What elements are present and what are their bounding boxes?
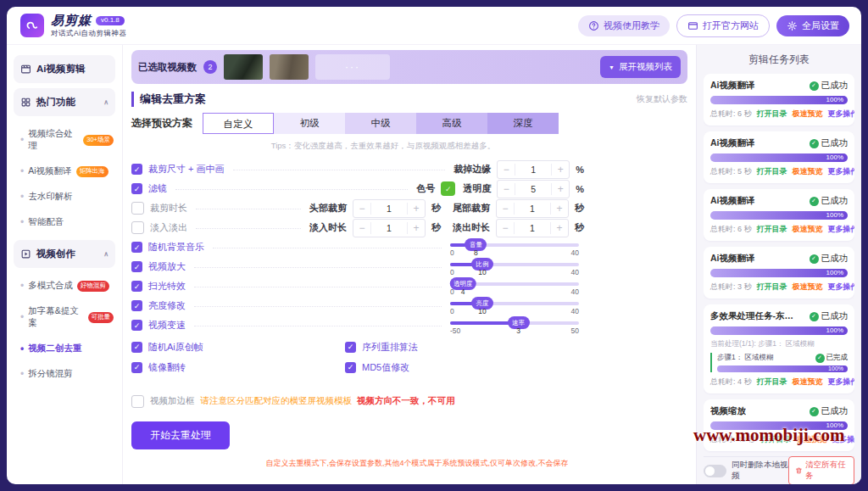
- slider-value: 4: [461, 287, 465, 296]
- gear-icon: [787, 20, 798, 31]
- quick-preview-link[interactable]: 极速预览: [793, 166, 823, 177]
- expand-video-list-button[interactable]: ▼ 展开视频列表: [600, 56, 681, 78]
- minus-button[interactable]: −: [498, 164, 515, 176]
- stepper-value[interactable]: 1: [515, 204, 550, 214]
- checkbox-checked-icon[interactable]: ✓: [345, 362, 356, 373]
- sidebar-item-split-mix[interactable]: • 拆分镜混剪: [14, 361, 115, 387]
- sidebar-item-subtitle-copy[interactable]: • 加字幕&提文案 可批量: [14, 299, 115, 336]
- setting-row-fade: 淡入淡出 淡入时长 − 1 + 秒 淡出时长 − 1 +: [131, 218, 584, 237]
- checkbox-checked-icon[interactable]: ✓: [131, 242, 142, 253]
- sidebar-item-multi-mode[interactable]: • 多模式合成 好物混剪: [14, 273, 115, 299]
- open-directory-link[interactable]: 打开目录: [757, 224, 787, 235]
- minus-button[interactable]: −: [353, 203, 371, 215]
- delete-local-toggle[interactable]: [704, 465, 726, 477]
- chevron-up-icon: ∧: [103, 98, 108, 106]
- open-directory-link[interactable]: 打开目录: [757, 166, 787, 177]
- progress-bar: 100%: [710, 326, 848, 335]
- more-actions-link[interactable]: 更多操作∨: [828, 166, 854, 177]
- minus-button[interactable]: −: [497, 222, 515, 234]
- tab-basic[interactable]: 初级: [274, 113, 345, 134]
- tail-trim-stepper: − 1 +: [496, 199, 569, 218]
- checkbox-checked-icon[interactable]: ✓: [131, 261, 142, 272]
- tutorial-button[interactable]: 视频使用教学: [578, 15, 670, 36]
- setting-sequence-reorder: ✓ 序列重排算法: [345, 337, 584, 357]
- tab-medium[interactable]: 中级: [345, 113, 416, 134]
- crop-edge-stepper: − 1 +: [497, 160, 570, 179]
- checkbox-checked-icon[interactable]: ✓: [131, 362, 142, 373]
- checkbox-unchecked-icon[interactable]: [131, 395, 144, 408]
- open-directory-link[interactable]: 打开目录: [757, 377, 787, 388]
- tab-deep[interactable]: 深度: [487, 113, 559, 134]
- minus-button[interactable]: −: [498, 183, 515, 195]
- volume-slider[interactable]: 音量 0840: [450, 237, 579, 257]
- stepper-value[interactable]: 1: [371, 223, 407, 233]
- sidebar-item-watermark-remove[interactable]: • 去水印解析: [14, 184, 115, 209]
- video-thumbnail[interactable]: [224, 54, 263, 80]
- more-actions-link[interactable]: 更多操作∨: [828, 377, 854, 388]
- checkbox-checked-icon[interactable]: ✓: [131, 183, 142, 194]
- tab-advanced[interactable]: 高级: [416, 113, 487, 134]
- more-actions-link[interactable]: 更多操作∨: [828, 282, 854, 293]
- checkbox-unchecked-icon[interactable]: [131, 202, 144, 215]
- sidebar-item-ai-translate[interactable]: • Ai视频翻译 矩阵出海: [14, 159, 115, 184]
- minus-button[interactable]: −: [497, 203, 515, 215]
- open-directory-link[interactable]: 打开目录: [757, 282, 787, 293]
- stepper-value[interactable]: 1: [515, 165, 551, 175]
- speed-slider[interactable]: 速率 -50350: [450, 315, 579, 335]
- website-button[interactable]: 打开官方网站: [676, 14, 770, 37]
- plus-button[interactable]: +: [407, 203, 425, 215]
- video-thumbnail[interactable]: [270, 54, 309, 80]
- head-trim-stepper: − 1 +: [353, 199, 426, 218]
- quick-preview-link[interactable]: 极速预览: [793, 224, 823, 235]
- scale-slider[interactable]: 比例 01040: [450, 257, 579, 276]
- quick-preview-link[interactable]: 极速预览: [793, 282, 823, 293]
- checkbox-checked-icon[interactable]: ✓: [345, 342, 356, 353]
- more-actions-link[interactable]: 更多操作∨: [828, 224, 854, 235]
- quick-preview-link[interactable]: 极速预览: [793, 377, 823, 388]
- plus-button[interactable]: +: [407, 222, 425, 234]
- stepper-value[interactable]: 1: [371, 204, 407, 214]
- plus-button[interactable]: +: [550, 222, 568, 234]
- minus-button[interactable]: −: [353, 222, 371, 234]
- bullet-icon: •: [20, 315, 24, 320]
- setting-row-trim: 裁剪时长 头部裁剪 − 1 + 秒 尾部裁剪 − 1 +: [131, 198, 584, 218]
- tab-custom[interactable]: 自定义: [203, 113, 274, 134]
- stepper-value[interactable]: 1: [515, 223, 550, 233]
- plus-button[interactable]: +: [551, 183, 569, 195]
- border-warning-text: 请注意区分匹配对应的横竖屏视频模板: [201, 395, 353, 407]
- header: 易剪媒 v0.1.8 对话式Ai自动剪辑神器 视频使用教学 打开官方网站 全局设…: [7, 7, 861, 45]
- stepper-value[interactable]: 5: [515, 184, 551, 194]
- open-directory-link[interactable]: 打开目录: [757, 109, 787, 120]
- global-settings-button[interactable]: 全局设置: [776, 15, 849, 36]
- brightness-slider[interactable]: 亮度 01040: [450, 296, 579, 315]
- sidebar-item-smart-dubbing[interactable]: • 智能配音: [14, 209, 115, 235]
- checkbox-checked-icon[interactable]: ✓: [131, 300, 142, 311]
- more-actions-link[interactable]: 更多操作∨: [828, 109, 854, 120]
- bullet-icon: •: [20, 346, 24, 351]
- sidebar-item-video-composite[interactable]: • 视频综合处理 30+场景: [14, 121, 115, 159]
- task-card: Ai视频翻译 ✓已成功 100% 总耗时: 6 秒 打开目录 极速预览 更多操作…: [704, 74, 854, 126]
- section-title: 编辑去重方案: [131, 92, 206, 107]
- sidebar-item-ai-video-edit[interactable]: Ai视频剪辑: [14, 55, 115, 83]
- task-list[interactable]: Ai视频翻译 ✓已成功 100% 总耗时: 6 秒 打开目录 极速预览 更多操作…: [704, 74, 854, 456]
- more-videos-box[interactable]: ···: [315, 54, 390, 80]
- task-panel-title: 剪辑任务列表: [704, 53, 854, 67]
- sidebar-section-video-create[interactable]: 视频创作 ∧: [14, 240, 115, 268]
- plus-button[interactable]: +: [550, 203, 568, 215]
- plus-button[interactable]: +: [551, 164, 569, 176]
- reset-defaults-link[interactable]: 恢复默认参数: [637, 93, 687, 105]
- start-dedup-button[interactable]: 开始去重处理: [131, 421, 230, 449]
- brand: 易剪媒 v0.1.8 对话式Ai自动剪辑神器: [20, 14, 127, 37]
- checkbox-checked-icon[interactable]: ✓: [131, 281, 142, 292]
- sidebar-section-hot-functions[interactable]: 热门功能 ∧: [14, 88, 115, 116]
- checkbox-checked-icon[interactable]: ✓: [131, 164, 142, 175]
- quick-preview-link[interactable]: 极速预览: [793, 109, 823, 120]
- checkbox-unchecked-icon[interactable]: [131, 221, 144, 234]
- opacity-slider[interactable]: 透明度 0440: [450, 276, 579, 296]
- clear-all-tasks-button[interactable]: 清空所有任务: [788, 456, 854, 484]
- setting-ai-frame: ✓ 随机Ai原创帧: [131, 337, 345, 357]
- checkbox-checked-icon[interactable]: ✓: [131, 320, 142, 331]
- checkbox-checked-icon[interactable]: ✓: [131, 342, 142, 353]
- sidebar-item-video-dedup[interactable]: • 视频二创去重: [14, 336, 115, 361]
- color-swatch[interactable]: ✓: [441, 181, 455, 196]
